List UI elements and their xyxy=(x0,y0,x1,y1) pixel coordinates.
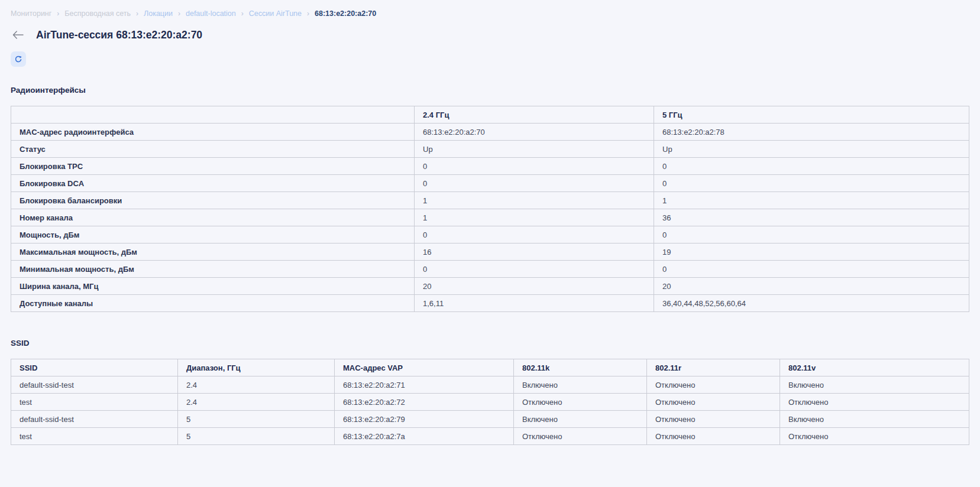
table-cell: 19 xyxy=(654,244,969,261)
table-row: Доступные каналы1,6,1136,40,44,48,52,56,… xyxy=(11,295,969,312)
table-header-row: SSIDДиапазон, ГГцMAC-адрес VAP802.11k802… xyxy=(11,359,969,376)
breadcrumb-item-2: Беспроводная сеть xyxy=(64,9,131,18)
table-row: test568:13:e2:20:a2:7aОтключеноОтключено… xyxy=(11,428,969,445)
table-cell: Отключено xyxy=(780,394,969,411)
table-row: Мощность, дБм00 xyxy=(11,226,969,244)
table-cell: 0 xyxy=(415,158,654,175)
table-cell: Блокировка балансировки xyxy=(11,192,415,209)
column-header xyxy=(11,106,415,124)
breadcrumb-item-4[interactable]: default-location xyxy=(186,9,236,18)
table-cell: 5 xyxy=(178,411,335,428)
table-cell: default-ssid-test xyxy=(11,376,178,394)
table-row: Блокировка DCA00 xyxy=(11,175,969,192)
table-cell: 36,40,44,48,52,56,60,64 xyxy=(654,295,969,312)
table-cell: 0 xyxy=(415,261,654,278)
table-cell: Отключено xyxy=(647,411,780,428)
page-title: AirTune-сессия 68:13:e2:20:a2:70 xyxy=(36,28,202,41)
table-cell: 68:13:e2:20:a2:71 xyxy=(335,376,514,394)
radio-section-title: Радиоинтерфейсы xyxy=(11,86,969,95)
column-header: Диапазон, ГГц xyxy=(178,359,335,376)
table-cell: Отключено xyxy=(780,428,969,445)
breadcrumb-separator: › xyxy=(241,9,244,18)
table-row: MAC-адрес радиоинтерфейса68:13:e2:20:a2:… xyxy=(11,124,969,141)
column-header: 802.11r xyxy=(647,359,780,376)
table-cell: 68:13:e2:20:a2:70 xyxy=(415,124,654,141)
table-cell: 2.4 xyxy=(178,394,335,411)
table-row: Минимальная мощность, дБм00 xyxy=(11,261,969,278)
table-cell: Включено xyxy=(780,411,969,428)
table-cell: Включено xyxy=(780,376,969,394)
ssid-section-title: SSID xyxy=(11,339,969,348)
table-cell: 1 xyxy=(415,192,654,209)
breadcrumb-item-5[interactable]: Сессии AirTune xyxy=(249,9,302,18)
table-cell: Статус xyxy=(11,141,415,158)
table-cell: Up xyxy=(415,141,654,158)
breadcrumb-separator: › xyxy=(178,9,180,18)
table-cell: 0 xyxy=(654,158,969,175)
table-cell: 0 xyxy=(415,226,654,244)
table-cell: Максимальная мощность, дБм xyxy=(11,244,415,261)
column-header: MAC-адрес VAP xyxy=(335,359,514,376)
table-cell: 5 xyxy=(178,428,335,445)
table-cell: Отключено xyxy=(647,428,780,445)
table-cell: 0 xyxy=(654,261,969,278)
table-cell: 1,6,11 xyxy=(415,295,654,312)
table-cell: Номер канала xyxy=(11,209,415,226)
table-row: Максимальная мощность, дБм1619 xyxy=(11,244,969,261)
table-row: Ширина канала, МГц2020 xyxy=(11,278,969,295)
back-button[interactable] xyxy=(12,29,24,41)
table-cell: Up xyxy=(654,141,969,158)
ssid-table: SSIDДиапазон, ГГцMAC-адрес VAP802.11k802… xyxy=(11,359,969,445)
title-row: AirTune-сессия 68:13:e2:20:a2:70 xyxy=(11,28,969,41)
table-cell: Блокировка DCA xyxy=(11,175,415,192)
breadcrumb-item-3[interactable]: Локации xyxy=(144,9,173,18)
table-row: default-ssid-test568:13:e2:20:a2:79Включ… xyxy=(11,411,969,428)
table-row: Номер канала136 xyxy=(11,209,969,226)
table-cell: 0 xyxy=(654,226,969,244)
table-cell: 68:13:e2:20:a2:72 xyxy=(335,394,514,411)
column-header: 802.11k xyxy=(514,359,647,376)
table-cell: 68:13:e2:20:a2:78 xyxy=(654,124,969,141)
table-cell: 2.4 xyxy=(178,376,335,394)
table-cell: 16 xyxy=(415,244,654,261)
breadcrumb-item-6: 68:13:e2:20:a2:70 xyxy=(315,9,376,18)
table-cell: 20 xyxy=(654,278,969,295)
table-cell: MAC-адрес радиоинтерфейса xyxy=(11,124,415,141)
table-cell: test xyxy=(11,394,178,411)
table-cell: Включено xyxy=(514,411,647,428)
table-cell: Отключено xyxy=(647,394,780,411)
table-row: default-ssid-test2.468:13:e2:20:a2:71Вкл… xyxy=(11,376,969,394)
table-row: Блокировка TPC00 xyxy=(11,158,969,175)
breadcrumb-separator: › xyxy=(307,9,309,18)
table-row: СтатусUpUp xyxy=(11,141,969,158)
refresh-button[interactable] xyxy=(11,51,26,67)
arrow-left-icon xyxy=(12,31,24,39)
table-cell: 68:13:e2:20:a2:7a xyxy=(335,428,514,445)
table-cell: 20 xyxy=(415,278,654,295)
table-cell: 0 xyxy=(415,175,654,192)
table-cell: Доступные каналы xyxy=(11,295,415,312)
table-cell: Отключено xyxy=(514,428,647,445)
table-cell: Отключено xyxy=(514,394,647,411)
table-cell: 1 xyxy=(654,192,969,209)
table-cell: Отключено xyxy=(647,376,780,394)
table-cell: test xyxy=(11,428,178,445)
table-cell: 1 xyxy=(415,209,654,226)
column-header: SSID xyxy=(11,359,178,376)
breadcrumb-separator: › xyxy=(136,9,138,18)
table-cell: default-ssid-test xyxy=(11,411,178,428)
radio-interfaces-table: 2.4 ГГц5 ГГцMAC-адрес радиоинтерфейса68:… xyxy=(11,106,969,312)
table-cell: Блокировка TPC xyxy=(11,158,415,175)
column-header: 5 ГГц xyxy=(654,106,969,124)
table-cell: 68:13:e2:20:a2:79 xyxy=(335,411,514,428)
breadcrumb-item-1: Мониторинг xyxy=(11,9,51,18)
breadcrumb-separator: › xyxy=(57,9,59,18)
refresh-icon xyxy=(14,55,22,63)
table-header-row: 2.4 ГГц5 ГГц xyxy=(11,106,969,124)
page: Мониторинг›Беспроводная сеть›Локации›def… xyxy=(0,0,980,445)
table-cell: Минимальная мощность, дБм xyxy=(11,261,415,278)
table-cell: 0 xyxy=(654,175,969,192)
table-cell: Включено xyxy=(514,376,647,394)
table-cell: 36 xyxy=(654,209,969,226)
table-row: Блокировка балансировки11 xyxy=(11,192,969,209)
